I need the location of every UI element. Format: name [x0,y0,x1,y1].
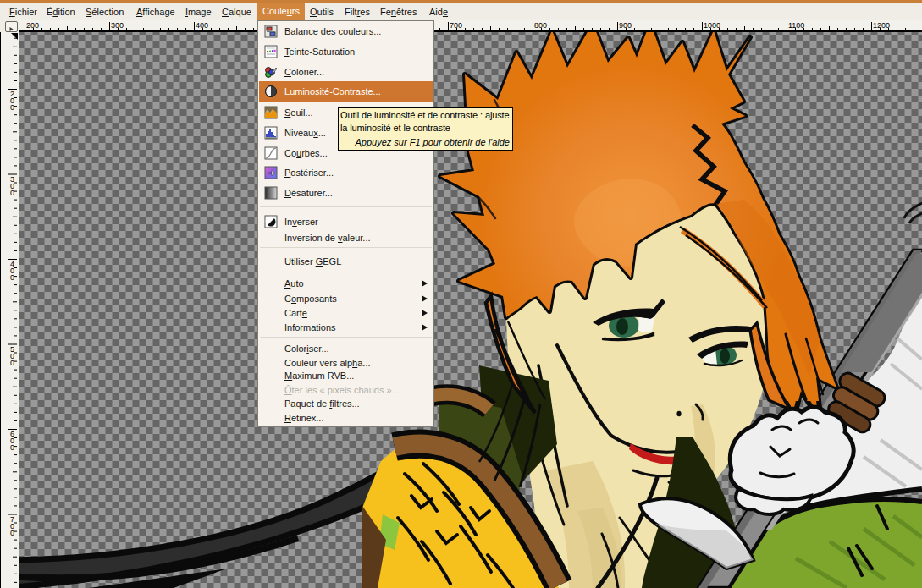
svg-text:300: 300 [111,21,124,30]
svg-text:0: 0 [10,529,14,537]
svg-text:1000: 1000 [704,21,720,30]
svg-text:0: 0 [10,359,14,367]
svg-text:900: 900 [619,21,632,30]
svg-text:1100: 1100 [788,21,804,30]
svg-text:700: 700 [450,21,462,30]
svg-text:0: 0 [10,189,14,197]
svg-text:400: 400 [196,21,208,30]
svg-text:0: 0 [10,273,14,282]
svg-text:0: 0 [10,103,14,112]
svg-text:0: 0 [10,443,14,452]
svg-text:200: 200 [26,21,39,30]
svg-text:1200: 1200 [873,21,890,30]
svg-text:800: 800 [534,21,547,30]
